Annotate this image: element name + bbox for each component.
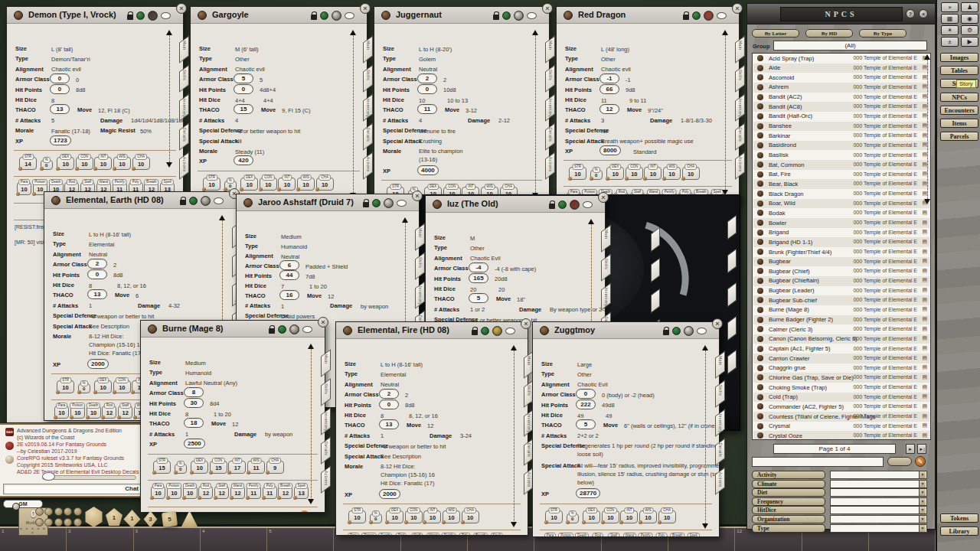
- stat-value-box[interactable]: 2: [417, 73, 437, 83]
- npc-list-item[interactable]: Brunk (Fighter/Thief 4/4)000 Temple of E…: [753, 247, 929, 257]
- sheet-titlebar[interactable]: Elemental, Earth (HD 08): [44, 192, 236, 209]
- sidebar-button-encounters[interactable]: Encounters: [940, 106, 978, 115]
- book-link-icon[interactable]: ▤: [922, 326, 927, 332]
- sheet-titlebar[interactable]: Red Dragon: [557, 7, 739, 24]
- npc-list-item[interactable]: Bat, Common000 Temple of Elemental E▤: [753, 160, 929, 170]
- stat-value-box[interactable]: 13: [50, 104, 70, 114]
- npc-list-item[interactable]: Bear, Black000 Temple of Elemental E▤: [753, 179, 929, 189]
- filter-label-frequency[interactable]: Frequency: [752, 497, 825, 506]
- ability-stone-dex[interactable]: DEX10: [191, 461, 208, 474]
- book-link-icon[interactable]: ▤: [922, 403, 927, 409]
- ability-stone-wis[interactable]: WIS10: [639, 510, 657, 523]
- lock-icon[interactable]: [127, 15, 133, 20]
- npc-list-item[interactable]: Choking Smoke (Trap)000 Temple of Elemen…: [753, 383, 929, 393]
- lighting-icon-button[interactable]: ☀: [941, 25, 959, 35]
- token-portrait-icon[interactable]: [384, 198, 394, 208]
- ability-stone-int[interactable]: INT10: [620, 510, 638, 523]
- npc-list-item[interactable]: Ascomoid000 Temple of Elemental E▤: [753, 73, 929, 83]
- ability-stone-cha[interactable]: CHA9: [266, 461, 284, 474]
- ability-stone-str[interactable]: STR10: [348, 510, 366, 523]
- save-stone-breath[interactable]: Breath12: [278, 486, 292, 499]
- npc-list-item[interactable]: Burne (Mage 8)000 Temple of Elemental E▤: [753, 305, 929, 315]
- book-link-icon[interactable]: ▤: [922, 316, 927, 322]
- ability-stone-con[interactable]: CON15: [210, 461, 227, 474]
- chat-share-icon[interactable]: [527, 12, 537, 19]
- stat-value-box[interactable]: -1: [599, 73, 619, 83]
- book-link-icon[interactable]: ▤: [922, 364, 927, 370]
- ability-stone-str[interactable]: STR14: [19, 157, 37, 170]
- stat-value-box[interactable]: 1723: [50, 135, 71, 145]
- stat-value-box[interactable]: 30: [184, 398, 204, 408]
- ability-stone-str[interactable]: STR10: [569, 167, 586, 180]
- ability-stone-cha[interactable]: CHA10: [316, 178, 334, 191]
- stat-value-box[interactable]: 13: [87, 289, 107, 299]
- hotkey-slot[interactable]: 4: [201, 528, 267, 551]
- stat-value-box[interactable]: 13: [379, 419, 399, 429]
- lock-icon[interactable]: [311, 15, 317, 20]
- npc-list-item[interactable]: Chlorine Gas (Trap, Save or Die)000 Temp…: [753, 373, 929, 383]
- ability-stone-pct[interactable]: %0: [175, 464, 187, 474]
- book-link-icon[interactable]: ▤: [922, 384, 927, 390]
- ability-stone-con[interactable]: CON10: [405, 510, 423, 523]
- save-stone-rod[interactable]: Rod5: [590, 536, 605, 536]
- ability-stone-cha[interactable]: CHA10: [132, 157, 150, 170]
- search-button[interactable]: [887, 457, 912, 466]
- npc-list-item[interactable]: Ashrem000 Temple of Elemental E▤: [753, 83, 929, 93]
- next-page-button[interactable]: ►: [906, 444, 915, 454]
- close-icon[interactable]: ×: [712, 318, 723, 329]
- stat-value-box[interactable]: 0: [87, 269, 107, 279]
- calculator-icon-button[interactable]: ▦: [941, 14, 959, 24]
- npc-list-item[interactable]: Bugbear000 Temple of Elemental E▤: [753, 257, 929, 267]
- npc-list-item[interactable]: Bugbear (Chieftain)000 Temple of Element…: [753, 276, 929, 286]
- chat-share-icon[interactable]: [214, 197, 224, 204]
- ability-stone-dex[interactable]: DEX10: [240, 178, 258, 191]
- chat-slider[interactable]: [42, 475, 136, 480]
- sidebar-button-library[interactable]: Library: [940, 527, 978, 536]
- lock-icon[interactable]: [180, 200, 186, 205]
- view-button-by-letter[interactable]: By Letter: [752, 29, 799, 37]
- filter-dropdown-organization[interactable]: ▼: [830, 515, 927, 523]
- filter-label-climate[interactable]: Climate: [752, 480, 825, 488]
- ability-stone-pct[interactable]: %0: [370, 514, 382, 523]
- stat-value-box[interactable]: 420: [234, 155, 253, 165]
- save-stone-death[interactable]: Death3: [575, 536, 590, 536]
- view-button-by-type[interactable]: By Type: [859, 29, 906, 37]
- modifier-coin[interactable]: [35, 507, 44, 516]
- npc-list-item[interactable]: Brigand000 Temple of Elemental E▤: [753, 228, 929, 238]
- panel-close-button[interactable]: ×: [919, 9, 928, 18]
- chat-share-icon[interactable]: [161, 12, 171, 19]
- tokens-icon-button[interactable]: ♟: [961, 2, 978, 12]
- stat-value-box[interactable]: 66: [599, 84, 619, 94]
- ability-stone-pct[interactable]: %0: [78, 383, 90, 393]
- close-icon[interactable]: ×: [732, 3, 743, 14]
- stat-value-box[interactable]: 28770: [576, 488, 600, 498]
- filter-label-hitdice[interactable]: HitDice: [752, 506, 825, 514]
- ability-stone-con[interactable]: CON10: [113, 380, 131, 393]
- d6-die[interactable]: 5: [162, 511, 178, 527]
- sidebar-button-tables[interactable]: Tables: [940, 66, 978, 75]
- ability-stone-dex[interactable]: DEX10: [94, 380, 112, 393]
- ability-stone-con[interactable]: CON10: [260, 178, 277, 191]
- save-stone-poly[interactable]: Poly4: [655, 536, 669, 536]
- save-stone-para[interactable]: Para10: [17, 182, 31, 195]
- stat-value-box[interactable]: 0: [234, 84, 253, 94]
- save-stone-wand[interactable]: Wand5: [622, 536, 637, 536]
- npc-list-item[interactable]: Bandit (AC2)000 Temple of Elemental E▤: [753, 93, 929, 103]
- id-link-icon[interactable]: [278, 325, 286, 334]
- ability-stone-pct[interactable]: %0: [41, 160, 53, 170]
- stat-value-box[interactable]: 165: [469, 273, 488, 283]
- id-link-icon[interactable]: [320, 11, 328, 20]
- book-link-icon[interactable]: ▤: [922, 239, 927, 245]
- ability-stone-dex[interactable]: DEX10: [386, 510, 403, 523]
- close-icon[interactable]: ×: [176, 3, 187, 14]
- filter-dropdown-type[interactable]: ▼: [830, 524, 927, 533]
- stat-value-box[interactable]: 2500: [184, 439, 205, 448]
- stat-value-box[interactable]: 11: [417, 104, 437, 114]
- chat-share-icon[interactable]: [697, 328, 707, 334]
- save-stone-death[interactable]: Death10: [87, 406, 101, 419]
- portraits-icon-button[interactable]: ◉: [961, 14, 978, 24]
- npc-list-item[interactable]: Commander (AC2, Fighter 5)000 Temple of …: [753, 402, 929, 412]
- stat-value-box[interactable]: 0: [576, 389, 596, 399]
- npc-list-item[interactable]: Aide000 Temple of Elemental E▤: [753, 64, 929, 73]
- book-link-icon[interactable]: ▤: [922, 287, 927, 293]
